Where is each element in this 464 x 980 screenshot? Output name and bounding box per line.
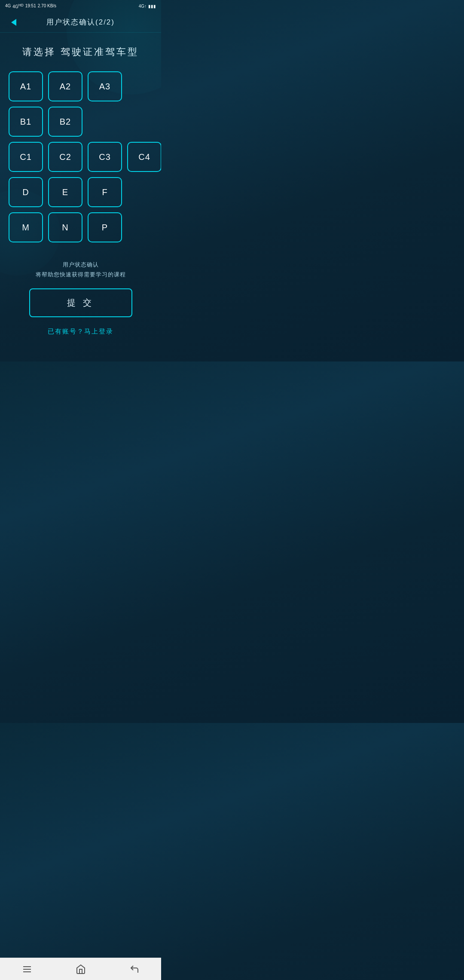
status-bar: 4G 4GHD 19:51 2.70 KB/s 4G↑ ▮▮▮ [0,0,161,12]
license-btn-M[interactable]: M [9,212,43,242]
header-title: 用户状态确认(2/2) [46,17,115,27]
info-line-2: 将帮助您快速获得需要学习的课程 [9,270,153,279]
time-display: 19:51 [25,3,36,8]
license-btn-P[interactable]: P [88,212,122,242]
license-btn-F[interactable]: F [88,177,122,207]
license-grid: A1A2A3B1B2C1C2C3C4C5DEFMNP [9,71,153,242]
signal-text-hd: 4GHD [12,3,23,9]
status-right: 4G↑ ▮▮▮ [139,4,156,9]
license-btn-C3[interactable]: C3 [88,142,122,172]
license-btn-B1[interactable]: B1 [9,107,43,137]
license-btn-D[interactable]: D [9,177,43,207]
license-btn-A2[interactable]: A2 [48,71,82,101]
main-content: 请选择 驾驶证准驾车型 A1A2A3B1B2C1C2C3C4C5DEFMNP 用… [0,33,161,361]
network-indicator: 4G↑ [139,4,147,9]
license-btn-A1[interactable]: A1 [9,71,43,101]
submit-button[interactable]: 提 交 [29,288,132,317]
back-icon [11,19,16,26]
license-row-2: C1C2C3C4C5 [9,142,153,172]
speed-display: 2.70 KB/s [38,3,56,8]
license-row-0: A1A2A3 [9,71,153,101]
license-btn-A3[interactable]: A3 [88,71,122,101]
license-row-4: MNP [9,212,153,242]
license-btn-E[interactable]: E [48,177,82,207]
license-btn-B2[interactable]: B2 [48,107,82,137]
battery-icon: ▮▮▮ [148,4,156,9]
license-row-1: B1B2 [9,107,153,137]
status-left: 4G 4GHD 19:51 2.70 KB/s [5,3,56,9]
signal-text: 4G [5,3,11,8]
license-btn-N[interactable]: N [48,212,82,242]
info-line-1: 用户状态确认 [9,260,153,270]
header: 用户状态确认(2/2) [0,12,161,33]
license-row-3: DEF [9,177,153,207]
license-btn-C1[interactable]: C1 [9,142,43,172]
license-btn-C4[interactable]: C4 [127,142,161,172]
info-text: 用户状态确认 将帮助您快速获得需要学习的课程 [9,260,153,280]
license-btn-C2[interactable]: C2 [48,142,82,172]
login-link[interactable]: 已有账号？马上登录 [9,328,153,336]
page-title: 请选择 驾驶证准驾车型 [9,46,153,58]
back-button[interactable] [7,15,21,29]
